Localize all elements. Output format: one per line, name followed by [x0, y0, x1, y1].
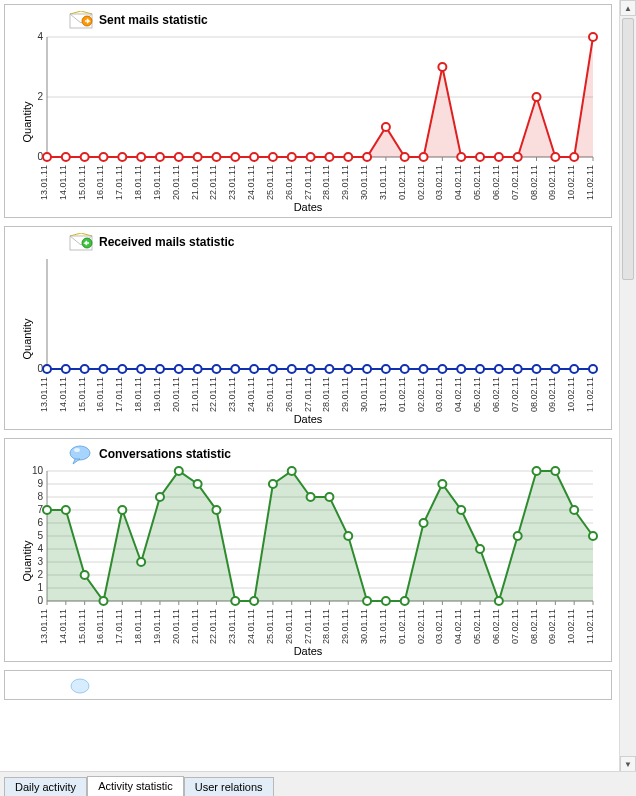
svg-text:19.01.11: 19.01.11 — [152, 165, 162, 200]
svg-point-156 — [382, 365, 390, 373]
svg-point-66 — [514, 153, 522, 161]
tab-daily-activity[interactable]: Daily activity — [4, 777, 87, 796]
svg-point-279 — [514, 532, 522, 540]
svg-point-159 — [438, 365, 446, 373]
svg-text:27.01.11: 27.01.11 — [303, 377, 313, 412]
ylabel-sent: Quantity — [21, 102, 33, 143]
svg-point-149 — [250, 365, 258, 373]
ylabel-conv: Quantity — [21, 541, 33, 582]
svg-text:17.01.11: 17.01.11 — [114, 165, 124, 200]
svg-point-67 — [533, 93, 541, 101]
svg-text:16.01.11: 16.01.11 — [95, 609, 105, 644]
svg-text:17.01.11: 17.01.11 — [114, 609, 124, 644]
svg-point-143 — [137, 365, 145, 373]
svg-text:14.01.11: 14.01.11 — [58, 609, 68, 644]
svg-text:13.01.11: 13.01.11 — [39, 377, 49, 412]
svg-text:25.01.11: 25.01.11 — [265, 165, 275, 200]
svg-text:23.01.11: 23.01.11 — [227, 165, 237, 200]
svg-point-150 — [269, 365, 277, 373]
svg-text:20.01.11: 20.01.11 — [171, 377, 181, 412]
svg-text:31.01.11: 31.01.11 — [378, 165, 388, 200]
svg-point-158 — [420, 365, 428, 373]
xlabel-sent: Dates — [13, 201, 603, 213]
svg-text:24.01.11: 24.01.11 — [246, 609, 256, 644]
svg-point-269 — [325, 493, 333, 501]
svg-text:9: 9 — [37, 478, 43, 489]
svg-point-262 — [194, 480, 202, 488]
svg-text:26.01.11: 26.01.11 — [284, 377, 294, 412]
panel-sent-title: Sent mails statistic — [99, 13, 208, 27]
svg-text:31.01.11: 31.01.11 — [378, 609, 388, 644]
svg-text:16.01.11: 16.01.11 — [95, 377, 105, 412]
svg-text:21.01.11: 21.01.11 — [190, 609, 200, 644]
svg-point-277 — [476, 545, 484, 553]
svg-text:26.01.11: 26.01.11 — [284, 165, 294, 200]
svg-point-255 — [62, 506, 70, 514]
scrollbar-thumb[interactable] — [622, 18, 634, 280]
svg-text:02.02.11: 02.02.11 — [416, 377, 426, 412]
svg-text:14.01.11: 14.01.11 — [58, 377, 68, 412]
svg-point-257 — [99, 597, 107, 605]
svg-point-140 — [81, 365, 89, 373]
svg-text:24.01.11: 24.01.11 — [246, 165, 256, 200]
svg-text:02.02.11: 02.02.11 — [416, 165, 426, 200]
svg-text:07.02.11: 07.02.11 — [510, 165, 520, 200]
svg-point-276 — [457, 506, 465, 514]
svg-point-275 — [438, 480, 446, 488]
svg-text:28.01.11: 28.01.11 — [321, 609, 331, 644]
svg-point-49 — [194, 153, 202, 161]
svg-text:01.02.11: 01.02.11 — [397, 609, 407, 644]
svg-text:25.01.11: 25.01.11 — [265, 609, 275, 644]
svg-text:29.01.11: 29.01.11 — [340, 609, 350, 644]
tabstrip: Daily activity Activity statistic User r… — [0, 771, 636, 796]
svg-text:09.02.11: 09.02.11 — [547, 377, 557, 412]
svg-text:08.02.11: 08.02.11 — [529, 165, 539, 200]
svg-text:18.01.11: 18.01.11 — [133, 377, 143, 412]
svg-point-144 — [156, 365, 164, 373]
scroll-down-button[interactable]: ▼ — [620, 756, 636, 772]
svg-point-69 — [570, 153, 578, 161]
svg-text:06.02.11: 06.02.11 — [491, 609, 501, 644]
svg-point-267 — [288, 467, 296, 475]
svg-text:0: 0 — [37, 595, 43, 606]
svg-point-268 — [307, 493, 315, 501]
svg-point-153 — [325, 365, 333, 373]
chart-scroll-area[interactable]: Sent mails statistic Quantity 02413.01.1… — [0, 0, 619, 772]
svg-text:20.01.11: 20.01.11 — [171, 165, 181, 200]
panel-conversations: Conversations statistic Quantity 0123456… — [4, 438, 612, 662]
tab-user-relations[interactable]: User relations — [184, 777, 274, 796]
svg-point-45 — [118, 153, 126, 161]
svg-point-60 — [401, 153, 409, 161]
svg-text:08.02.11: 08.02.11 — [529, 377, 539, 412]
svg-point-254 — [43, 506, 51, 514]
svg-point-161 — [476, 365, 484, 373]
svg-point-273 — [401, 597, 409, 605]
svg-point-152 — [307, 365, 315, 373]
svg-point-283 — [589, 532, 597, 540]
svg-text:02.02.11: 02.02.11 — [416, 609, 426, 644]
svg-point-57 — [344, 153, 352, 161]
svg-text:29.01.11: 29.01.11 — [340, 165, 350, 200]
svg-text:03.02.11: 03.02.11 — [434, 165, 444, 200]
panel-received-mails: Received mails statistic Quantity 013.01… — [4, 226, 612, 430]
xlabel-conv: Dates — [13, 645, 603, 657]
svg-text:20.01.11: 20.01.11 — [171, 609, 181, 644]
svg-text:06.02.11: 06.02.11 — [491, 377, 501, 412]
svg-point-54 — [288, 153, 296, 161]
svg-point-51 — [231, 153, 239, 161]
tab-activity-statistic[interactable]: Activity statistic — [87, 776, 184, 796]
svg-point-165 — [551, 365, 559, 373]
svg-text:03.02.11: 03.02.11 — [434, 609, 444, 644]
svg-text:13.01.11: 13.01.11 — [39, 165, 49, 200]
svg-point-58 — [363, 153, 371, 161]
scroll-up-button[interactable]: ▲ — [620, 0, 636, 16]
svg-point-47 — [156, 153, 164, 161]
svg-text:21.01.11: 21.01.11 — [190, 377, 200, 412]
svg-text:07.02.11: 07.02.11 — [510, 609, 520, 644]
svg-point-50 — [212, 153, 220, 161]
vertical-scrollbar[interactable]: ▲ ▼ — [619, 0, 636, 772]
panel-received-title: Received mails statistic — [99, 235, 234, 249]
svg-point-281 — [551, 467, 559, 475]
svg-text:10.02.11: 10.02.11 — [566, 609, 576, 644]
svg-text:1: 1 — [37, 582, 43, 593]
